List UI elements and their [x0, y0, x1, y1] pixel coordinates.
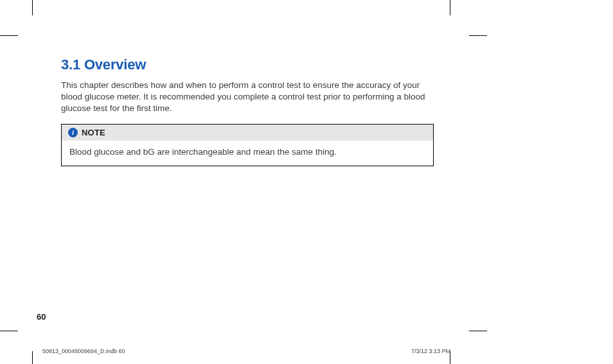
footer-timestamp: 7/3/12 3:13 PM: [411, 348, 450, 354]
info-icon: i: [68, 128, 78, 137]
crop-mark: [32, 351, 33, 364]
note-body: Blood glucose and bG are interchangeable…: [62, 141, 433, 166]
crop-mark: [450, 0, 450, 15]
crop-mark: [469, 35, 487, 36]
page-number: 60: [37, 312, 46, 322]
section-heading: 3.1 Overview: [61, 56, 434, 73]
page-content: 3.1 Overview This chapter describes how …: [61, 56, 434, 166]
note-label: NOTE: [82, 128, 105, 137]
note-box: i NOTE Blood glucose and bG are intercha…: [61, 124, 434, 166]
note-header: i NOTE: [62, 125, 433, 141]
crop-mark: [0, 35, 18, 36]
crop-mark: [0, 331, 18, 331]
crop-mark: [469, 331, 487, 331]
crop-mark: [32, 0, 33, 15]
footer-file: 50813_00048009694_D.indb 60: [42, 348, 125, 354]
section-body: This chapter describes how and when to p…: [61, 80, 434, 115]
